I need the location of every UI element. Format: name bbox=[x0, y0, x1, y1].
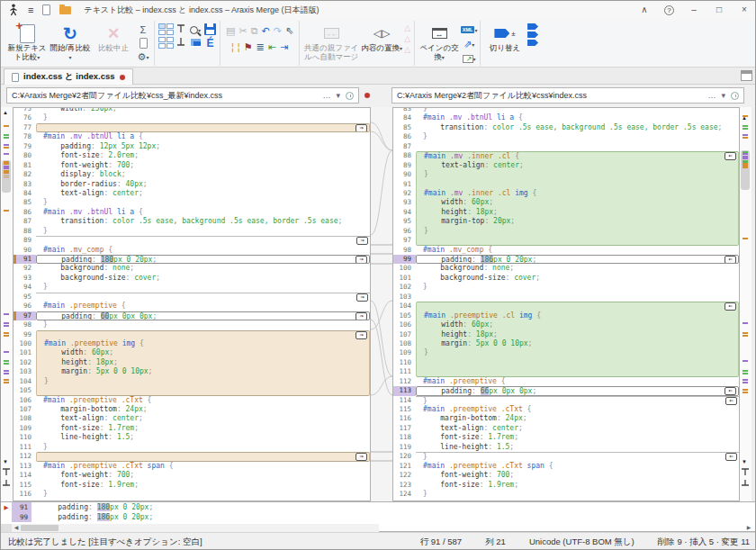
merge-left-button[interactable]: ← bbox=[724, 256, 736, 264]
code-line[interactable]: 106 width: 60px; bbox=[393, 320, 739, 329]
history-icon[interactable] bbox=[346, 92, 354, 100]
code-line[interactable]: 107 height: 18px; bbox=[393, 330, 739, 339]
undo-icon[interactable]: ↶ bbox=[261, 25, 269, 36]
code-line[interactable]: 85 transition: color .5s ease, backgroun… bbox=[393, 123, 739, 132]
xml-options-button[interactable]: XML▾ bbox=[462, 23, 476, 36]
code-line[interactable]: 117 text-align: center; bbox=[393, 424, 739, 433]
first-change-icon[interactable] bbox=[2, 468, 12, 476]
last-change-icon[interactable] bbox=[741, 479, 751, 487]
code-line[interactable]: 109 font-size: 1.7rem; bbox=[14, 424, 370, 433]
merge-right-button[interactable]: → bbox=[356, 331, 367, 339]
merge-left-button[interactable]: ← bbox=[725, 397, 737, 405]
report-document-button[interactable] bbox=[140, 38, 148, 49]
pane-layout-button[interactable] bbox=[158, 37, 174, 49]
right-code-pane[interactable]: 83}84#main .mv .btnUl li a {85 transitio… bbox=[392, 107, 740, 501]
code-line[interactable]: 82 display: block; bbox=[14, 170, 370, 179]
scroll-thumb[interactable] bbox=[21, 525, 58, 531]
code-line[interactable]: 95 margin-top: 20px; bbox=[393, 217, 739, 226]
redo-icon[interactable]: ↷ bbox=[274, 25, 282, 36]
code-line[interactable]: 118 font-size: 1.7rem; bbox=[393, 433, 739, 442]
scroll-right-icon[interactable]: ▶ bbox=[744, 524, 753, 532]
link-lines-button[interactable]: ⇗▾ bbox=[462, 38, 476, 50]
merge-right-button[interactable]: → bbox=[356, 256, 367, 264]
detail-line[interactable]: ▶91 padding: 180px 0 20px; bbox=[1, 502, 756, 512]
code-line[interactable]: 76} bbox=[14, 113, 370, 122]
merge-right-button[interactable]: → bbox=[356, 124, 367, 132]
code-line[interactable]: 95→ bbox=[14, 293, 370, 302]
left-code-pane[interactable]: 75 width: 250px;76}77→78#main .mv .btnUl… bbox=[13, 107, 371, 501]
code-line[interactable]: 94} bbox=[14, 283, 370, 292]
code-line[interactable]: 121#main .preemptive .cTxt span { bbox=[393, 462, 739, 471]
browse-icon[interactable]: … bbox=[322, 91, 330, 100]
code-line[interactable]: 99 padding: 186px 0 20px;← bbox=[393, 255, 739, 264]
code-line[interactable]: 83} bbox=[393, 107, 739, 113]
code-line[interactable]: 98} bbox=[14, 320, 370, 329]
code-line[interactable]: 103 margin: 5px 0 0 10px; bbox=[14, 367, 370, 376]
code-line[interactable]: 109} bbox=[393, 348, 739, 357]
code-line[interactable]: 106#main .preemptive .cTxt { bbox=[14, 396, 370, 405]
code-line[interactable]: 97 padding: 60px 0px 0px;→ bbox=[14, 311, 370, 320]
bookmark-tag-2-icon[interactable] bbox=[527, 32, 538, 38]
new-text-comparison-button[interactable]: 新規テキスト比較▾ bbox=[6, 22, 48, 62]
jump-first-change-button[interactable] bbox=[176, 23, 186, 34]
new-comparison-quick-icon[interactable] bbox=[42, 5, 50, 15]
browse-icon[interactable]: … bbox=[707, 91, 716, 100]
replace-content-button[interactable]: ◁▷ 内容の置換▾ bbox=[361, 22, 402, 54]
code-line[interactable]: 89→ bbox=[14, 236, 370, 245]
code-line[interactable]: 123 font-size: 1.9rem; bbox=[393, 481, 739, 490]
comparison-tab[interactable]: index.css と index.css bbox=[4, 68, 133, 85]
code-line[interactable]: 93 background-size: cover; bbox=[14, 274, 370, 283]
options-gear-button[interactable]: ⚙▾ bbox=[136, 50, 150, 63]
prev-change-icon[interactable]: ▲ bbox=[3, 109, 8, 116]
swap-panes-button[interactable]: ↔ ペインの交換▾ bbox=[418, 22, 460, 62]
left-overview-thumb[interactable] bbox=[2, 160, 11, 193]
minimize-button[interactable]: – bbox=[681, 1, 706, 19]
code-line[interactable]: 108 text-align: center; bbox=[14, 414, 370, 423]
code-line[interactable]: 90} bbox=[393, 170, 739, 179]
code-line[interactable]: 75 width: 250px; bbox=[14, 107, 370, 113]
code-line[interactable]: 104} bbox=[14, 377, 370, 386]
code-line[interactable]: 120}← bbox=[393, 452, 739, 461]
code-line[interactable]: 79 padding: 12px 5px 12px; bbox=[14, 142, 370, 151]
code-line[interactable]: 111} bbox=[14, 443, 370, 452]
find-button[interactable]: ▾ bbox=[188, 23, 202, 36]
code-line[interactable]: 98#main .mv_comp { bbox=[393, 246, 739, 255]
detail-horizontal-scrollbar[interactable]: ◀ bbox=[1, 524, 379, 532]
bookmark-icon[interactable]: ⚑ bbox=[244, 41, 253, 52]
right-overview-thumb[interactable] bbox=[741, 150, 750, 190]
bookmark-tag-3-icon[interactable] bbox=[527, 40, 538, 46]
code-line[interactable]: 99→ bbox=[14, 330, 370, 339]
code-line[interactable]: 116 margin-bottom: 24px; bbox=[393, 414, 739, 423]
code-line[interactable]: 92#main .mv .inner .cl img { bbox=[393, 189, 739, 198]
stop-comparison-button[interactable]: ✕ 比較中止 bbox=[93, 22, 134, 53]
right-file-path-box[interactable]: C:¥Araxis Merge¥2者間ファイル比較¥css¥index.css … bbox=[392, 87, 744, 104]
merge-right-button[interactable]: → bbox=[356, 453, 367, 461]
start-recompare-button[interactable]: ↻ 開始/再比較▾ bbox=[50, 22, 91, 62]
code-line[interactable]: 112→ bbox=[14, 452, 370, 461]
code-line[interactable]: 102 height: 18px; bbox=[14, 358, 370, 367]
cut-icon[interactable]: ✂ bbox=[238, 25, 247, 36]
vertical-scrollbar[interactable] bbox=[752, 107, 756, 501]
copy-icon[interactable]: ⧉ bbox=[251, 25, 258, 36]
warning-query-icon[interactable]: △ bbox=[404, 34, 410, 43]
character-view-button[interactable] bbox=[190, 38, 202, 47]
code-line[interactable]: 86} bbox=[393, 132, 739, 141]
detail-line[interactable]: 99 padding: 186px 0 20px; bbox=[1, 512, 756, 522]
jump-last-change-button[interactable] bbox=[176, 36, 186, 47]
pane-restore-icon[interactable] bbox=[741, 70, 752, 81]
scroll-left-icon[interactable]: ◀ bbox=[12, 524, 21, 532]
code-line[interactable]: 104← bbox=[393, 302, 739, 311]
code-line[interactable]: 100#main .preemptive img { bbox=[14, 339, 370, 348]
code-line[interactable]: 114}← bbox=[393, 396, 739, 405]
save-button[interactable] bbox=[204, 23, 216, 35]
code-line[interactable]: 119 line-height: 1.5; bbox=[393, 443, 739, 452]
code-line[interactable]: 115 font-size: 1.9rem; bbox=[14, 481, 370, 490]
code-line[interactable]: 108 margin: 5px 0 0 10px; bbox=[393, 339, 739, 348]
auto-merge-parent-button[interactable]: →← 共通の親ファイルへ自動マージ bbox=[303, 22, 359, 61]
merge-right-button[interactable]: → bbox=[356, 237, 368, 245]
code-line[interactable]: 85} bbox=[14, 198, 370, 207]
code-line[interactable]: 96} bbox=[393, 227, 739, 236]
code-line[interactable]: 105#main .preemptive .cl img { bbox=[393, 311, 739, 320]
code-line[interactable]: 101 width: 60px; bbox=[14, 348, 370, 357]
code-line[interactable]: 115#main .preemptive .cTxt { bbox=[393, 405, 739, 414]
